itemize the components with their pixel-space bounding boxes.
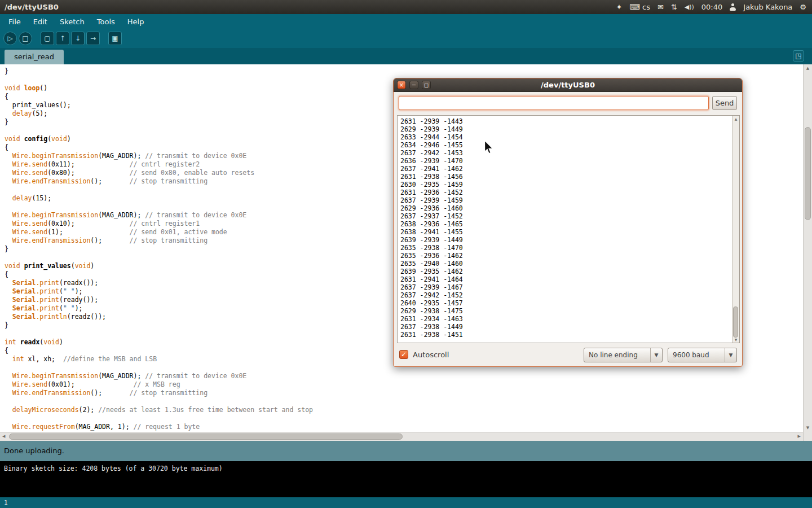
serial-line: 2631 -2938 -1451 bbox=[400, 331, 739, 339]
serial-send-input[interactable] bbox=[399, 96, 709, 110]
new-sketch-button[interactable]: ▢ bbox=[41, 32, 54, 45]
code-line: Wire.beginTransmission(MAG_ADDR); // tra… bbox=[5, 372, 803, 380]
baud-rate-select[interactable]: 9600 baud ▼ bbox=[668, 348, 737, 362]
serial-output-scrollbar[interactable]: ▲ ▼ bbox=[732, 116, 739, 343]
serial-line: 2637 -2942 -1452 bbox=[400, 291, 739, 299]
monitor-icon: ▣ bbox=[112, 35, 118, 42]
code-line: Wire.requestFrom(MAG_ADDR, 1); // reques… bbox=[5, 423, 803, 431]
serial-line: 2629 -2938 -1475 bbox=[400, 307, 739, 315]
scroll-down-icon[interactable]: ▼ bbox=[804, 426, 812, 430]
chevron-down-icon: ▼ bbox=[650, 348, 662, 362]
serial-line: 2631 -2938 -1456 bbox=[400, 173, 739, 181]
menu-item-help[interactable]: Help bbox=[121, 15, 151, 28]
minimize-button[interactable]: − bbox=[409, 81, 418, 89]
serial-monitor-title: /dev/ttyUSB0 bbox=[394, 81, 742, 89]
serial-line: 2638 -2941 -1455 bbox=[400, 228, 739, 236]
serial-line: 2637 -2941 -1462 bbox=[400, 165, 739, 173]
serial-scroll-thumb[interactable] bbox=[733, 306, 738, 338]
status-indicator-icon[interactable]: ✦ bbox=[616, 0, 622, 14]
serial-monitor-button[interactable]: ▣ bbox=[108, 32, 122, 45]
check-icon: ✓ bbox=[401, 351, 407, 358]
serial-line: 2636 -2939 -1470 bbox=[400, 157, 739, 165]
tab-menu-icon: ◳ bbox=[795, 52, 801, 60]
stop-icon: □ bbox=[22, 35, 28, 42]
serial-line: 2639 -2939 -1449 bbox=[400, 236, 739, 244]
horizontal-scroll-thumb[interactable] bbox=[9, 433, 403, 440]
chevron-down-icon: ▼ bbox=[725, 348, 736, 362]
maximize-icon: ◻ bbox=[424, 82, 429, 88]
serial-line: 2629 -2939 -1449 bbox=[400, 125, 739, 133]
close-button[interactable]: × bbox=[397, 81, 406, 89]
serial-line: 2630 -2935 -1459 bbox=[400, 181, 739, 189]
editor-horizontal-scrollbar[interactable]: ◀ ▶ bbox=[0, 432, 803, 441]
serial-line: 2631 -2939 -1443 bbox=[400, 117, 739, 125]
serial-monitor-controls: ✓ Autoscroll No line ending ▼ 9600 baud … bbox=[394, 347, 742, 363]
volume-icon[interactable]: ◀)) bbox=[685, 0, 694, 14]
send-button[interactable]: Send bbox=[712, 96, 737, 110]
ubuntu-top-panel: /dev/ttyUSB0 ✦ ⌨ cs ✉ ⇅ ◀)) 00:40 Jakub … bbox=[0, 0, 812, 14]
open-button[interactable]: ↑ bbox=[56, 32, 69, 45]
code-line: delayMicroseconds(2); //needs at least 1… bbox=[5, 406, 803, 414]
serial-line: 2631 -2934 -1463 bbox=[400, 315, 739, 323]
serial-output-area[interactable]: 2631 -2939 -14432629 -2939 -14492633 -29… bbox=[397, 115, 740, 343]
close-icon: × bbox=[399, 82, 404, 88]
new-file-icon: ▢ bbox=[44, 35, 50, 42]
tab-serial-read[interactable]: serial_read bbox=[5, 50, 64, 64]
scroll-left-icon[interactable]: ◀ bbox=[2, 434, 5, 439]
maximize-button[interactable]: ◻ bbox=[422, 81, 431, 89]
build-console: Binary sketch size: 4208 bytes (of a 307… bbox=[0, 461, 812, 497]
upload-button[interactable]: → bbox=[86, 32, 100, 45]
status-bar: Done uploading. bbox=[0, 441, 812, 461]
scroll-right-icon[interactable]: ▶ bbox=[798, 434, 801, 439]
keyboard-icon: ⌨ bbox=[629, 0, 640, 14]
save-button[interactable]: ↓ bbox=[71, 32, 85, 45]
keyboard-layout-indicator[interactable]: ⌨ cs bbox=[629, 0, 650, 14]
verify-button[interactable]: ▷ bbox=[3, 32, 17, 45]
editor-vertical-scrollbar[interactable]: ▲ ▼ bbox=[803, 64, 812, 441]
menu-item-edit[interactable]: Edit bbox=[27, 15, 54, 28]
menu-bar: FileEditSketchToolsHelp bbox=[0, 14, 812, 29]
username-label[interactable]: Jakub Kakona bbox=[743, 0, 792, 14]
line-ending-select[interactable]: No line ending ▼ bbox=[584, 348, 663, 362]
arrow-down-icon: ↓ bbox=[75, 35, 81, 42]
session-gear-icon[interactable]: ⚙ bbox=[800, 0, 806, 14]
window-buttons: ×−◻ bbox=[394, 81, 431, 89]
serial-line: 2633 -2944 -1454 bbox=[400, 133, 739, 141]
clock-label[interactable]: 00:40 bbox=[701, 0, 722, 14]
serial-line: 2635 -2938 -1470 bbox=[400, 244, 739, 252]
indicator-area: ✦ ⌨ cs ✉ ⇅ ◀)) 00:40 Jakub Kakona ⚙ bbox=[616, 0, 812, 14]
line-number-strip: 1 bbox=[0, 497, 812, 508]
stop-button[interactable]: □ bbox=[19, 32, 32, 45]
serial-line: 2637 -2942 -1453 bbox=[400, 149, 739, 157]
serial-line: 2640 -2935 -1457 bbox=[400, 299, 739, 307]
serial-line: 2637 -2939 -1459 bbox=[400, 196, 739, 204]
serial-line: 2637 -2937 -1452 bbox=[400, 212, 739, 220]
sync-icon[interactable]: ⇅ bbox=[671, 0, 677, 14]
tab-strip: serial_read ◳ bbox=[0, 48, 812, 64]
serial-line: 2635 -2940 -1460 bbox=[400, 260, 739, 268]
scroll-up-icon[interactable]: ▲ bbox=[804, 66, 812, 71]
user-icon bbox=[730, 3, 736, 11]
code-line: Wire.endTransmission(); // stop transmit… bbox=[5, 389, 803, 397]
serial-line: 2638 -2936 -1465 bbox=[400, 220, 739, 228]
arrow-right-icon: → bbox=[90, 35, 96, 42]
mouse-cursor bbox=[484, 140, 494, 155]
tab-menu-button[interactable]: ◳ bbox=[793, 50, 804, 62]
menu-item-tools[interactable]: Tools bbox=[91, 15, 121, 28]
code-line: Wire.send(0x01); // x MSB reg bbox=[5, 380, 803, 389]
serial-line: 2631 -2941 -1464 bbox=[400, 275, 739, 283]
toolbar: ▷□▢↑↓→▣ bbox=[0, 29, 812, 48]
autoscroll-checkbox[interactable]: ✓ bbox=[399, 350, 408, 359]
serial-monitor-titlebar[interactable]: ×−◻ /dev/ttyUSB0 bbox=[394, 78, 742, 92]
serial-line: 2631 -2936 -1452 bbox=[400, 189, 739, 196]
serial-scroll-up-icon[interactable]: ▲ bbox=[732, 117, 739, 121]
serial-scroll-down-icon[interactable]: ▼ bbox=[732, 338, 739, 341]
baud-rate-value: 9600 baud bbox=[668, 351, 725, 359]
menu-item-file[interactable]: File bbox=[2, 15, 27, 28]
mail-icon[interactable]: ✉ bbox=[657, 0, 664, 14]
minimize-icon: − bbox=[412, 82, 416, 88]
serial-line: 2637 -2939 -1467 bbox=[400, 283, 739, 291]
serial-line: 2637 -2938 -1449 bbox=[400, 323, 739, 331]
vertical-scroll-thumb[interactable] bbox=[805, 127, 811, 220]
menu-item-sketch[interactable]: Sketch bbox=[54, 15, 91, 28]
